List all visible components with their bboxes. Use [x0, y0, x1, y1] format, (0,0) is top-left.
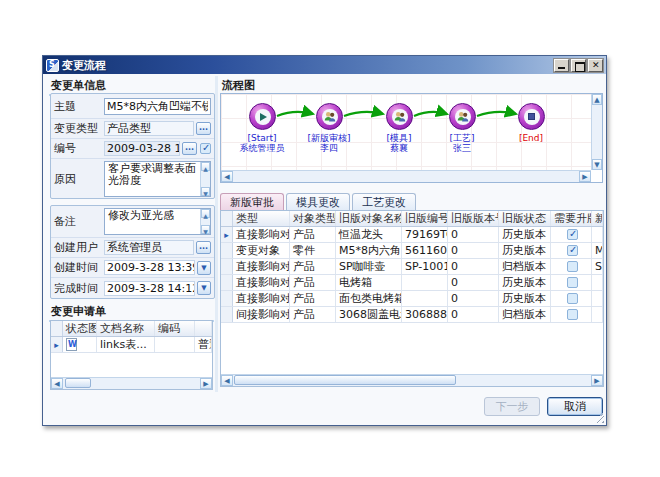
- field-row-change-type: 变更类型 产品类型 ...: [51, 119, 214, 139]
- remark-scrollbar[interactable]: ▲▼: [200, 209, 210, 234]
- field-row-remark: 备注 修改为亚光感 ▲▼: [51, 206, 214, 238]
- main-table-hscrollbar[interactable]: ◀ ▶: [221, 374, 603, 386]
- need-upgrade-checkbox[interactable]: [567, 277, 578, 288]
- need-upgrade-checkbox[interactable]: [567, 245, 578, 256]
- table-row[interactable]: 直接影响对象 产品 电烤箱 0 历史版本: [221, 275, 603, 291]
- close-button[interactable]: [588, 59, 603, 72]
- tabstrip: 新版审批 模具更改 工艺更改: [220, 193, 416, 210]
- titlebar[interactable]: 变更流程: [43, 56, 606, 74]
- finish-time-value[interactable]: 2009-3-28 14:12:50: [104, 281, 195, 296]
- need-upgrade-checkbox[interactable]: [567, 229, 578, 240]
- col-type[interactable]: 类型: [233, 211, 290, 226]
- field-row-finish-time: 完成时间 2009-3-28 14:12:50 ▼: [51, 278, 214, 298]
- flow-canvas[interactable]: [Start]系统管理员 [新版审核]李四 [模具]蔡襄 [工艺]张三 [End…: [221, 94, 591, 170]
- request-table-row[interactable]: ▸ links表... 普通: [51, 337, 212, 353]
- scroll-right-icon[interactable]: ▶: [200, 378, 212, 389]
- col-code[interactable]: 编码: [155, 321, 195, 336]
- table-row[interactable]: ▸ 直接影响对象 产品 恒温龙头 79169TC 0 历史版本: [221, 227, 603, 243]
- creator-picker-button[interactable]: ...: [196, 241, 211, 254]
- selected-row-arrow-icon: ▸: [54, 340, 59, 350]
- need-upgrade-checkbox[interactable]: [567, 261, 578, 272]
- finish-time-dropdown-icon[interactable]: ▼: [197, 281, 211, 295]
- tab-mold-change[interactable]: 模具更改: [286, 193, 350, 210]
- desktop: 变更流程 变更单信息 主题 变更类型 产品类型 ... 编号 2009: [0, 0, 660, 477]
- creator-value[interactable]: 系统管理员: [104, 240, 194, 255]
- scroll-right-icon[interactable]: ▶: [591, 375, 603, 386]
- cancel-button[interactable]: 取消: [547, 397, 603, 416]
- subject-input[interactable]: [104, 98, 211, 115]
- scroll-left-icon[interactable]: ◀: [221, 171, 233, 182]
- need-upgrade-checkbox[interactable]: [567, 309, 578, 320]
- flow-node-mold[interactable]: [386, 103, 413, 130]
- remark-label: 备注: [54, 214, 104, 229]
- need-upgrade-checkbox[interactable]: [567, 293, 578, 304]
- col-old-version[interactable]: 旧版版本号: [448, 211, 499, 226]
- flow-chart-box: [Start]系统管理员 [新版审核]李四 [模具]蔡襄 [工艺]张三 [End…: [220, 93, 603, 183]
- scroll-left-icon[interactable]: ◀: [221, 375, 233, 386]
- scroll-down-icon[interactable]: ▼: [201, 225, 210, 234]
- field-row-create-time: 创建时间 2009-3-28 13:39:01 ▼: [51, 258, 214, 278]
- flow-hscrollbar[interactable]: ◀ ▶: [221, 170, 591, 182]
- request-table-header: 状态图 文档名称 编码: [51, 321, 212, 337]
- change-type-value[interactable]: 产品类型: [104, 121, 194, 136]
- reason-label: 原因: [54, 172, 104, 187]
- subject-label: 主题: [54, 99, 104, 114]
- word-doc-icon: [66, 338, 77, 351]
- number-value[interactable]: 2009-03-28 13:39:01: [104, 141, 180, 156]
- table-row[interactable]: 间接影响对象 产品 3068圆盖电水壶 3068887 0 归档版本: [221, 307, 603, 323]
- finish-time-label: 完成时间: [54, 281, 104, 296]
- col-new[interactable]: 新版: [592, 211, 603, 226]
- scroll-up-icon[interactable]: ▲: [592, 94, 602, 105]
- flow-node-start[interactable]: [249, 103, 276, 130]
- reason-scrollbar[interactable]: ▲▼: [200, 162, 210, 196]
- scroll-thumb[interactable]: [234, 375, 456, 385]
- scroll-down-icon[interactable]: ▼: [592, 159, 602, 170]
- flow-node-end[interactable]: [518, 103, 545, 130]
- request-table-hscrollbar[interactable]: ◀ ▶: [51, 377, 212, 389]
- request-table: 状态图 文档名称 编码 ▸ links表... 普通 ◀ ▶: [50, 320, 213, 390]
- panel-splitter[interactable]: [215, 76, 218, 392]
- col-object-type[interactable]: 对象类型: [290, 211, 336, 226]
- flow-node-review[interactable]: [316, 103, 343, 130]
- change-type-label: 变更类型: [54, 121, 104, 136]
- create-time-dropdown-icon[interactable]: ▼: [197, 261, 211, 275]
- selected-row-arrow-icon: ▸: [224, 230, 229, 240]
- col-old-code[interactable]: 旧版编号: [402, 211, 448, 226]
- number-label: 编号: [54, 141, 104, 156]
- create-time-value[interactable]: 2009-3-28 13:39:01: [104, 260, 195, 275]
- scroll-up-icon[interactable]: ▲: [201, 209, 210, 218]
- table-row[interactable]: 直接影响对象 产品 面包类电烤箱 0 历史版本: [221, 291, 603, 307]
- scroll-left-icon[interactable]: ◀: [51, 378, 63, 389]
- maximize-button[interactable]: [571, 59, 586, 72]
- scroll-up-icon[interactable]: ▲: [201, 162, 210, 171]
- table-row[interactable]: 直接影响对象 产品 SP咖啡壶 SP-1001 0 归档版本 SP咖: [221, 259, 603, 275]
- tab-craft-change[interactable]: 工艺更改: [352, 193, 416, 210]
- number-checkbox[interactable]: [200, 143, 211, 154]
- change-process-dialog: 变更流程 变更单信息 主题 变更类型 产品类型 ... 编号 2009: [42, 55, 607, 426]
- change-type-picker-button[interactable]: ...: [196, 122, 211, 135]
- scroll-thumb[interactable]: [65, 378, 91, 388]
- flow-label-end: [End]: [494, 133, 568, 143]
- col-old-name[interactable]: 旧版对象名称: [336, 211, 402, 226]
- col-need-upgrade[interactable]: 需要升版: [551, 211, 592, 226]
- number-picker-button[interactable]: ...: [182, 142, 197, 155]
- next-button[interactable]: 下一步: [484, 397, 540, 416]
- col-status-icon[interactable]: 状态图: [63, 321, 97, 336]
- flow-vscrollbar[interactable]: ▲ ▼: [591, 94, 602, 170]
- create-time-label: 创建时间: [54, 260, 104, 275]
- extra-cell: 普通: [195, 337, 212, 352]
- field-row-reason: 原因 客户要求调整表面光滑度 ▲▼: [51, 159, 214, 199]
- scroll-down-icon[interactable]: ▼: [201, 187, 210, 196]
- reason-textarea[interactable]: 客户要求调整表面光滑度 ▲▼: [104, 161, 211, 197]
- main-table: 类型 对象类型 旧版对象名称 旧版编号 旧版版本号 旧版状态 需要升版 新版 ▸…: [220, 210, 604, 387]
- scroll-right-icon[interactable]: ▶: [579, 171, 591, 182]
- table-row[interactable]: 变更对象 零件 M5*8内六角凹... 5611600 0 历史版本 M5*8: [221, 243, 603, 259]
- start-icon: [255, 109, 271, 125]
- remark-textarea[interactable]: 修改为亚光感 ▲▼: [104, 208, 211, 235]
- minimize-button[interactable]: [554, 59, 569, 72]
- col-doc-name[interactable]: 文档名称: [97, 321, 155, 336]
- tab-new-version-approval[interactable]: 新版审批: [220, 193, 284, 210]
- col-old-status[interactable]: 旧版状态: [499, 211, 551, 226]
- flow-node-craft[interactable]: [449, 103, 476, 130]
- window-title: 变更流程: [62, 58, 554, 73]
